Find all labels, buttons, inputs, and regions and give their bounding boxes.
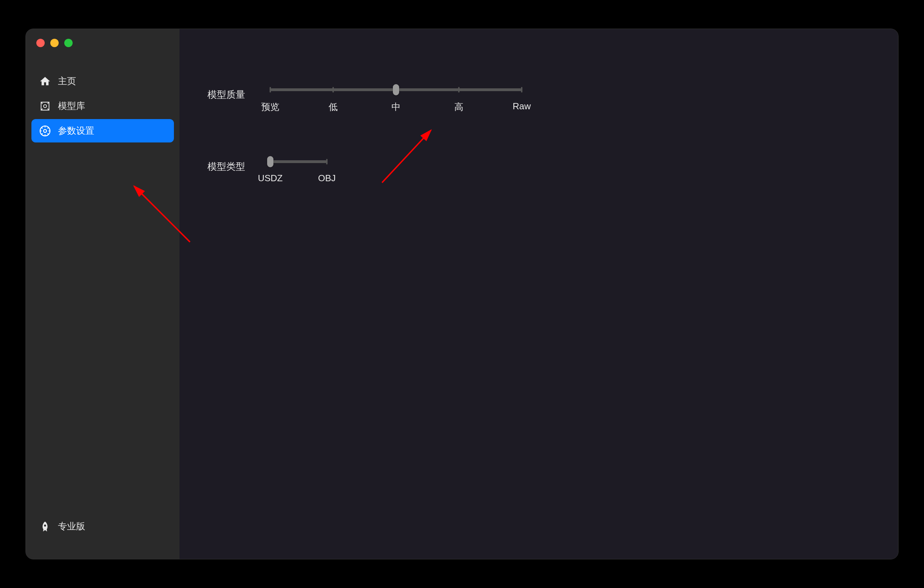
sidebar-footer: 专业版 [26,515,180,559]
slider-tick [332,87,334,92]
sidebar-nav: 主页 模型库 参数设置 [26,69,180,142]
slider-tick [326,159,328,165]
slider-track[interactable] [270,88,522,91]
sidebar-item-home[interactable]: 主页 [31,69,174,93]
setting-quality-label: 模型质量 [208,88,270,101]
svg-point-2 [44,129,47,132]
slider-thumb[interactable] [393,84,399,96]
close-button[interactable] [36,39,45,47]
sidebar-item-label: 模型库 [58,100,85,112]
setting-quality: 模型质量 预览 低 中 高 Raw [208,88,870,101]
slider-option-label: 高 [454,101,464,113]
sidebar-item-label: 主页 [58,75,76,87]
slider-track[interactable] [270,160,327,163]
type-slider[interactable]: USDZ OBJ [270,160,327,173]
app-window: 主页 模型库 参数设置 专业版 [25,29,899,559]
slider-tick [458,87,460,92]
sidebar-item-label: 专业版 [58,520,85,532]
sidebar-item-settings[interactable]: 参数设置 [31,119,174,142]
quality-slider[interactable]: 预览 低 中 高 Raw [270,88,522,101]
rocket-icon [39,520,51,532]
slider-option-label: OBJ [318,173,336,184]
slider-thumb[interactable] [267,156,274,167]
sidebar-item-library[interactable]: 模型库 [31,94,174,118]
setting-type: 模型类型 USDZ OBJ [208,160,870,173]
maximize-button[interactable] [64,39,73,47]
slider-tick [270,87,271,92]
svg-point-0 [44,104,47,107]
cube-icon [39,100,51,112]
home-icon [39,76,51,87]
setting-type-label: 模型类型 [208,160,270,173]
slider-tick [521,87,522,92]
slider-option-label: 预览 [261,101,279,113]
sidebar-item-pro[interactable]: 专业版 [31,515,174,538]
window-controls [26,39,180,69]
slider-option-label: 中 [391,101,401,113]
sidebar: 主页 模型库 参数设置 专业版 [26,29,180,559]
slider-option-label: Raw [513,101,531,112]
minimize-button[interactable] [50,39,59,47]
slider-option-label: 低 [328,101,338,113]
gear-icon [39,125,51,137]
sidebar-item-label: 参数设置 [58,125,94,137]
slider-option-label: USDZ [258,173,283,184]
settings-panel: 模型质量 预览 低 中 高 Raw [180,29,898,559]
